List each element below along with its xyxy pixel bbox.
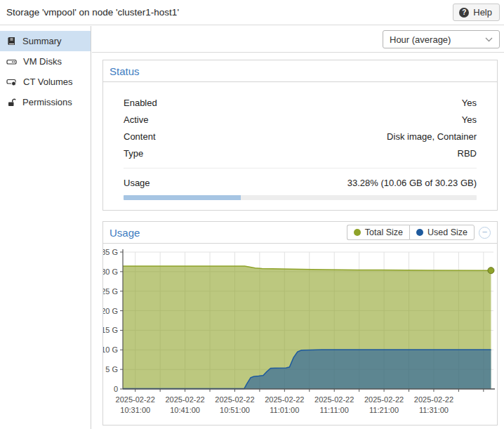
status-usage-block: Usage 33.28% (10.06 GB of 30.23 GB) — [124, 168, 477, 200]
status-body: Enabled Yes Active Yes Content Disk imag… — [103, 82, 497, 200]
svg-text:2025-02-2211:01:00: 2025-02-2211:01:00 — [265, 395, 304, 414]
page-title: Storage 'vmpool' on node 'cluster1-host1… — [6, 7, 179, 18]
legend-toggle-used-size[interactable]: Used Size — [409, 225, 475, 240]
sidebar-item-ct-volumes[interactable]: CT Volumes — [0, 72, 91, 92]
usage-header-tools: Total Size Used Size − — [347, 225, 491, 240]
sidebar-item-permissions[interactable]: Permissions — [0, 92, 91, 112]
help-button[interactable]: ? Help — [453, 4, 500, 21]
svg-text:2025-02-2210:41:00: 2025-02-2210:41:00 — [165, 395, 204, 414]
sidebar-item-label: CT Volumes — [23, 77, 73, 87]
status-row-type: Type RBD — [124, 145, 477, 161]
usage-progress-track — [124, 195, 477, 200]
book-icon — [6, 37, 16, 46]
sidebar-item-label: Permissions — [22, 97, 72, 107]
minus-circle-icon: − — [482, 227, 488, 237]
status-row-usage: Usage 33.28% (10.06 GB of 30.23 GB) — [124, 174, 477, 191]
used-size-dot-icon — [416, 229, 423, 236]
hdd-icon — [6, 57, 17, 67]
svg-text:25 G: 25 G — [103, 287, 118, 296]
toolbar: Hour (average) — [92, 26, 504, 53]
help-button-label: Help — [473, 7, 492, 18]
status-panel-header: Status — [103, 60, 497, 82]
svg-text:10 G: 10 G — [103, 345, 118, 354]
sidebar-item-summary[interactable]: Summary — [0, 31, 91, 51]
svg-text:2025-02-2211:11:00: 2025-02-2211:11:00 — [314, 395, 354, 414]
timeframe-select[interactable]: Hour (average) — [383, 30, 500, 48]
status-panel-title: Status — [110, 65, 140, 77]
svg-text:2025-02-2211:31:00: 2025-02-2211:31:00 — [414, 395, 453, 414]
svg-text:2025-02-2210:51:00: 2025-02-2210:51:00 — [215, 395, 254, 414]
svg-text:0: 0 — [114, 385, 118, 393]
status-label: Type — [124, 148, 143, 159]
hdd-ball-icon — [6, 77, 17, 87]
usage-panel-title: Usage — [110, 227, 140, 239]
status-row-enabled: Enabled Yes — [124, 94, 477, 111]
usage-panel-header: Usage Total Size Used Size − — [103, 222, 497, 244]
sidebar-item-label: Summary — [22, 36, 62, 46]
status-value: Yes — [462, 98, 477, 108]
svg-text:5 G: 5 G — [105, 365, 118, 374]
svg-text:2025-02-2211:21:00: 2025-02-2211:21:00 — [364, 395, 404, 414]
timeframe-selected-value: Hour (average) — [383, 34, 485, 45]
sidebar-item-label: VM Disks — [23, 56, 62, 67]
sidebar: Summary VM Disks CT Volumes Permissions — [0, 26, 91, 429]
legend-toggle-total-size[interactable]: Total Size — [347, 225, 409, 240]
usage-value: 33.28% (10.06 GB of 30.23 GB) — [347, 178, 477, 188]
svg-text:20 G: 20 G — [103, 307, 118, 315]
svg-text:15 G: 15 G — [103, 326, 118, 334]
svg-text:2025-02-2210:31:00: 2025-02-2210:31:00 — [116, 395, 155, 414]
usage-panel: Usage Total Size Used Size − 0 — [102, 221, 498, 425]
help-icon: ? — [459, 8, 469, 18]
legend-label: Total Size — [365, 227, 403, 237]
collapse-panel-button[interactable]: − — [479, 227, 491, 239]
status-row-content: Content Disk image, Container — [124, 128, 477, 145]
status-value: Yes — [462, 114, 477, 125]
status-panel: Status Enabled Yes Active Yes Content Di… — [102, 60, 498, 211]
chart-legend: Total Size Used Size — [347, 225, 475, 240]
chevron-down-icon — [485, 37, 499, 42]
svg-text:30 G: 30 G — [103, 268, 118, 276]
status-label: Enabled — [124, 98, 157, 108]
usage-chart: 05 G10 G15 G20 G25 G30 G35 G2025-02-2210… — [103, 244, 497, 425]
usage-label: Usage — [124, 178, 150, 188]
unlock-icon — [6, 98, 16, 107]
status-value: Disk image, Container — [387, 131, 477, 142]
status-value: RBD — [458, 148, 477, 159]
total-size-dot-icon — [354, 229, 361, 236]
svg-text:35 G: 35 G — [103, 248, 118, 256]
page-header: Storage 'vmpool' on node 'cluster1-host1… — [0, 0, 504, 25]
status-label: Active — [124, 114, 148, 125]
storage-summary-screen: Storage 'vmpool' on node 'cluster1-host1… — [0, 0, 504, 429]
legend-label: Used Size — [427, 227, 467, 237]
usage-chart-svg: 05 G10 G15 G20 G25 G30 G35 G2025-02-2210… — [103, 244, 497, 425]
status-label: Content — [124, 131, 156, 142]
usage-progress-fill — [124, 195, 241, 200]
status-row-active: Active Yes — [124, 111, 477, 128]
sidebar-item-vm-disks[interactable]: VM Disks — [0, 51, 91, 72]
